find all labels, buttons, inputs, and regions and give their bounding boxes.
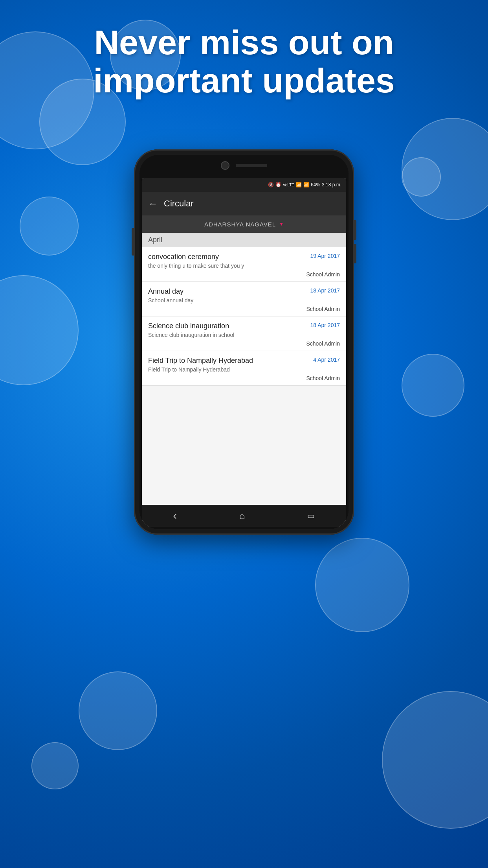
item-author-1: School Admin <box>148 306 340 312</box>
phone-camera-bar <box>221 161 267 170</box>
nav-home-button[interactable]: ⌂ <box>239 510 245 521</box>
speaker <box>236 164 267 167</box>
screen: 🔇 ⏰ VoLTE 📶 📶 64% 3:18 p.m. ← Circular A… <box>142 178 346 527</box>
item-desc-2: Science club inauguration in school <box>148 332 340 338</box>
item-header-1: Annual day 18 Apr 2017 <box>148 287 340 296</box>
circular-item-2[interactable]: Science club inauguration 18 Apr 2017 Sc… <box>142 316 346 351</box>
wifi-icon: 📶 <box>296 182 302 188</box>
time-display: 3:18 p.m. <box>322 182 341 188</box>
item-title-3: Field Trip to Nampally Hyderabad <box>148 357 310 365</box>
item-author-3: School Admin <box>148 375 340 381</box>
nav-back-button[interactable]: ‹ <box>173 509 177 522</box>
back-button[interactable]: ← <box>148 198 158 209</box>
item-date-3: 4 Apr 2017 <box>313 357 340 363</box>
item-date-2: 18 Apr 2017 <box>310 322 340 328</box>
item-title-2: Science club inauguration <box>148 322 307 330</box>
month-label: April <box>148 236 162 244</box>
headline-line2: important updates <box>31 62 457 100</box>
volume-up-button <box>354 220 356 240</box>
item-desc-3: Field Trip to Nampally Hyderabad <box>148 366 340 373</box>
mute-icon: 🔇 <box>268 182 274 188</box>
month-header: April <box>142 233 346 247</box>
circular-item-3[interactable]: Field Trip to Nampally Hyderabad 4 Apr 2… <box>142 351 346 386</box>
alarm-icon: ⏰ <box>275 182 281 188</box>
item-author-2: School Admin <box>148 340 340 347</box>
phone-inner: 🔇 ⏰ VoLTE 📶 📶 64% 3:18 p.m. ← Circular A… <box>139 155 349 529</box>
item-header-2: Science club inauguration 18 Apr 2017 <box>148 322 340 330</box>
app-bar-title: Circular <box>164 199 194 209</box>
nav-recents-button[interactable]: ▭ <box>307 511 315 520</box>
battery-text: 64% <box>311 182 320 188</box>
item-author-0: School Admin <box>148 271 340 278</box>
item-date-0: 19 Apr 2017 <box>310 253 340 259</box>
item-header-3: Field Trip to Nampally Hyderabad 4 Apr 2… <box>148 357 340 365</box>
circulars-list: April convocation ceremony 19 Apr 2017 t… <box>142 233 346 505</box>
app-bar: ← Circular <box>142 192 346 215</box>
volte-icon: VoLTE <box>283 183 294 187</box>
power-button <box>132 228 134 256</box>
student-dropdown[interactable]: ADHARSHYA NAGAVEL ▼ <box>142 215 346 233</box>
volume-down-button <box>354 244 356 263</box>
phone-shell: 🔇 ⏰ VoLTE 📶 📶 64% 3:18 p.m. ← Circular A… <box>134 149 354 535</box>
item-title-1: Annual day <box>148 287 307 296</box>
front-camera <box>221 161 229 170</box>
circular-item-0[interactable]: convocation ceremony 19 Apr 2017 the onl… <box>142 247 346 282</box>
dropdown-arrow-icon: ▼ <box>279 221 284 227</box>
headline-line1: Never miss out on <box>31 24 457 62</box>
bottom-navigation: ‹ ⌂ ▭ <box>142 505 346 527</box>
signal-icon: 📶 <box>303 182 309 188</box>
headline: Never miss out on important updates <box>0 24 488 100</box>
item-date-1: 18 Apr 2017 <box>310 287 340 294</box>
item-desc-1: School annual day <box>148 297 340 303</box>
status-bar: 🔇 ⏰ VoLTE 📶 📶 64% 3:18 p.m. <box>142 178 346 192</box>
status-icons: 🔇 ⏰ VoLTE 📶 📶 64% 3:18 p.m. <box>268 182 341 188</box>
item-desc-0: the only thing u to make sure that you y <box>148 263 340 269</box>
dropdown-label: ADHARSHYA NAGAVEL <box>204 221 276 228</box>
item-header-0: convocation ceremony 19 Apr 2017 <box>148 253 340 261</box>
item-title-0: convocation ceremony <box>148 253 307 261</box>
circular-item-1[interactable]: Annual day 18 Apr 2017 School annual day… <box>142 282 346 316</box>
